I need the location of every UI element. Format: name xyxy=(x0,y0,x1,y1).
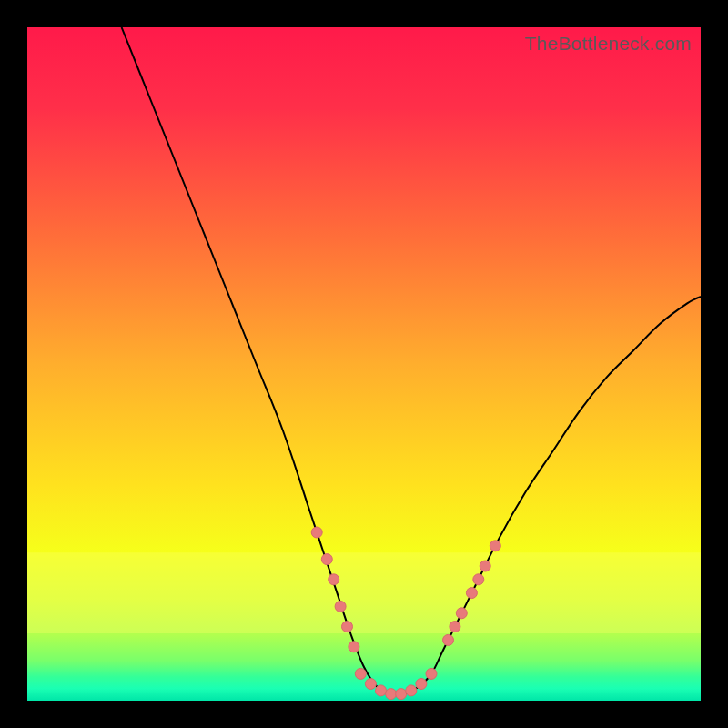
curve-marker-dot xyxy=(466,588,477,599)
curve-markers xyxy=(311,527,500,700)
curve-marker-dot xyxy=(443,634,454,645)
curve-marker-dot xyxy=(321,554,332,565)
curve-marker-dot xyxy=(426,668,437,679)
curve-marker-dot xyxy=(480,561,490,571)
curve-marker-dot xyxy=(416,679,427,690)
curve-marker-dot xyxy=(376,685,387,696)
plot-frame: TheBottleneck.com xyxy=(27,27,701,701)
curve-marker-dot xyxy=(349,642,359,652)
curve-marker-dot xyxy=(473,574,484,585)
curve-marker-dot xyxy=(490,541,500,551)
curve-marker-dot xyxy=(456,608,467,619)
bottleneck-curve xyxy=(122,27,701,695)
curve-marker-dot xyxy=(365,679,376,690)
curve-marker-dot xyxy=(342,622,353,632)
curve-marker-dot xyxy=(386,689,397,700)
curve-marker-dot xyxy=(311,527,322,538)
watermark-text: TheBottleneck.com xyxy=(525,33,692,55)
curve-marker-dot xyxy=(329,574,339,585)
curve-marker-dot xyxy=(406,685,417,696)
curve-marker-dot xyxy=(355,668,366,679)
plot-area: TheBottleneck.com xyxy=(27,27,701,701)
curve-marker-dot xyxy=(450,622,460,632)
curve-marker-dot xyxy=(396,689,407,700)
chart-svg xyxy=(27,27,701,701)
curve-marker-dot xyxy=(335,601,346,612)
